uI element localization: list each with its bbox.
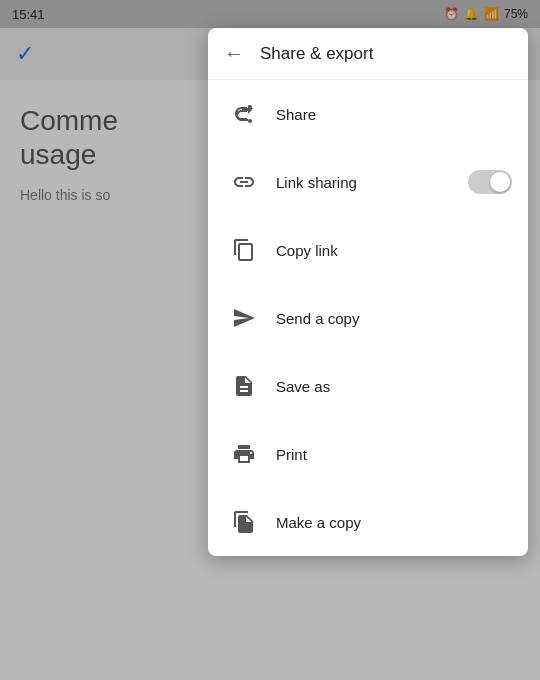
copy-link-icon [224,230,264,270]
share-icon [224,94,264,134]
send-copy-icon [224,298,264,338]
menu-item-print[interactable]: Print [208,420,528,488]
link-sharing-toggle[interactable] [468,170,512,194]
menu-title: Share & export [260,44,373,64]
share-label: Share [276,106,512,123]
copy-link-label: Copy link [276,242,512,259]
link-sharing-label: Link sharing [276,174,468,191]
toggle-knob [490,172,510,192]
menu-item-link-sharing[interactable]: Link sharing [208,148,528,216]
save-as-icon [224,366,264,406]
link-icon [224,162,264,202]
menu-item-send-copy[interactable]: Send a copy [208,284,528,352]
menu-item-save-as[interactable]: Save as [208,352,528,420]
save-as-label: Save as [276,378,512,395]
print-icon [224,434,264,474]
make-copy-label: Make a copy [276,514,512,531]
menu-item-share[interactable]: Share [208,80,528,148]
print-label: Print [276,446,512,463]
back-icon[interactable]: ← [224,42,244,65]
share-export-menu: ← Share & export Share Link sharing [208,28,528,556]
make-copy-icon [224,502,264,542]
send-copy-label: Send a copy [276,310,512,327]
menu-header: ← Share & export [208,28,528,80]
menu-item-make-copy[interactable]: Make a copy [208,488,528,556]
menu-item-copy-link[interactable]: Copy link [208,216,528,284]
